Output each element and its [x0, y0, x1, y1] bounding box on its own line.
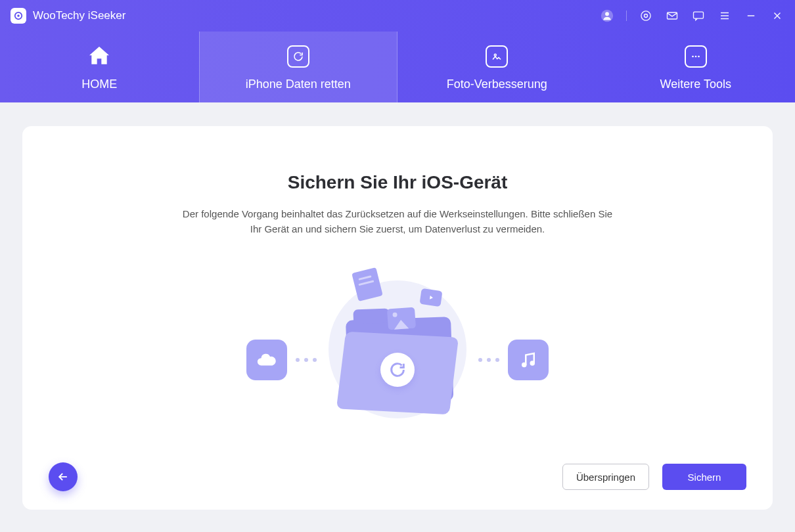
- svg-point-1: [17, 14, 20, 17]
- back-button[interactable]: [49, 462, 78, 491]
- main-card: Sichern Sie Ihr iOS-Gerät Der folgende V…: [22, 126, 773, 510]
- rescue-icon: [285, 43, 311, 70]
- titlebar-divider: [626, 11, 627, 21]
- refresh-icon: [380, 353, 415, 387]
- music-icon: [508, 340, 549, 380]
- page-title: Sichern Sie Ihr iOS-Gerät: [288, 172, 508, 193]
- menu-icon[interactable]: [717, 9, 732, 23]
- tab-more-label: Weitere Tools: [660, 78, 731, 91]
- skip-button[interactable]: Überspringen: [562, 464, 649, 490]
- titlebar: WooTechy iSeeker: [0, 0, 795, 32]
- svg-rect-7: [694, 12, 704, 18]
- button-group: Überspringen Sichern: [562, 464, 746, 490]
- svg-point-14: [495, 54, 497, 56]
- more-icon: [683, 43, 709, 70]
- svg-point-15: [692, 55, 694, 57]
- desc-line-1: Der folgende Vorgang beinhaltet das Zurü…: [183, 208, 612, 219]
- dots-right: [478, 358, 499, 362]
- tab-more-tools[interactable]: Weitere Tools: [597, 32, 796, 102]
- app-logo-icon: [11, 8, 26, 24]
- home-icon: [86, 43, 112, 70]
- tab-photo[interactable]: Foto-Verbesserung: [398, 32, 597, 102]
- mail-icon[interactable]: [665, 9, 679, 23]
- svg-point-5: [645, 14, 648, 18]
- content-area: Sichern Sie Ihr iOS-Gerät Der folgende V…: [0, 102, 795, 532]
- svg-point-18: [522, 363, 526, 366]
- svg-point-3: [605, 12, 609, 16]
- photo-icon: [387, 307, 416, 330]
- chat-icon[interactable]: [691, 9, 706, 23]
- svg-point-19: [531, 361, 534, 365]
- svg-rect-6: [668, 12, 677, 19]
- desc-line-2: Ihr Gerät an und sichern Sie zuerst, um …: [250, 223, 545, 234]
- dots-left: [296, 358, 317, 362]
- close-icon[interactable]: [770, 9, 784, 23]
- nav-tabs: HOME iPhone Daten retten Foto-Verbesseru…: [0, 32, 795, 102]
- backup-illustration: [246, 261, 549, 425]
- minimize-icon[interactable]: [744, 9, 758, 23]
- titlebar-controls: [600, 9, 784, 23]
- svg-point-17: [698, 55, 700, 57]
- tab-rescue[interactable]: iPhone Daten retten: [199, 32, 398, 102]
- cloud-icon: [246, 340, 287, 380]
- svg-point-4: [641, 11, 650, 20]
- svg-point-16: [694, 55, 696, 57]
- photo-enhance-icon: [484, 43, 510, 70]
- tab-home-label: HOME: [81, 78, 117, 91]
- app-window: WooTechy iSeeker: [0, 0, 795, 532]
- backup-button[interactable]: Sichern: [662, 464, 746, 490]
- account-icon[interactable]: [600, 9, 614, 23]
- app-title: WooTechy iSeeker: [33, 9, 125, 22]
- tab-rescue-label: iPhone Daten retten: [246, 78, 351, 91]
- gear-icon[interactable]: [639, 9, 653, 23]
- video-icon: [419, 288, 442, 306]
- titlebar-brand: WooTechy iSeeker: [11, 8, 125, 24]
- page-description: Der folgende Vorgang beinhaltet das Zurü…: [183, 206, 612, 237]
- bottom-actions: Überspringen Sichern: [49, 462, 746, 491]
- tab-home[interactable]: HOME: [0, 32, 199, 102]
- tab-photo-label: Foto-Verbesserung: [447, 78, 547, 91]
